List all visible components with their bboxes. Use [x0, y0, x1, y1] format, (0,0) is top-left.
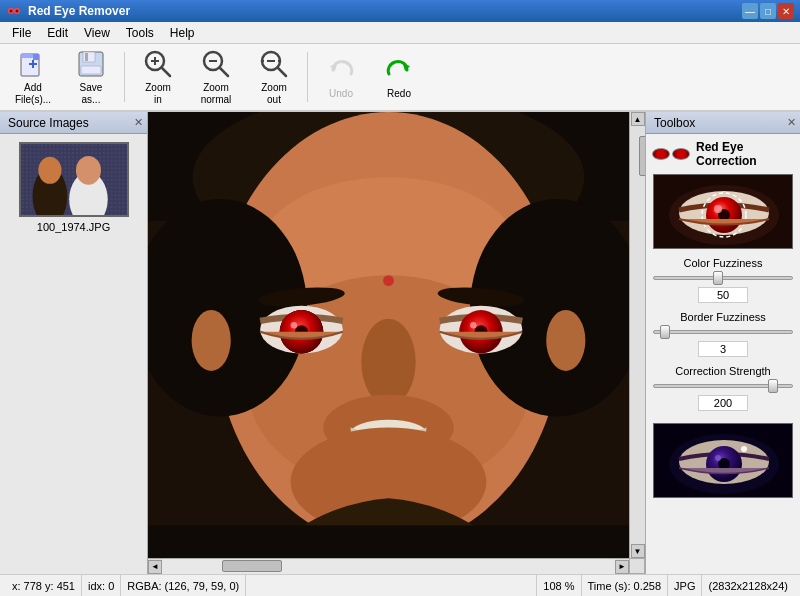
svg-point-3: [16, 10, 19, 13]
border-fuzziness-control: Border Fuzziness 3: [653, 311, 793, 359]
zoom-normal-label: Zoomnormal: [201, 82, 232, 106]
svg-point-75: [715, 455, 721, 461]
separator-2: [307, 52, 308, 102]
red-eye-icon-right: [672, 148, 690, 160]
save-as-label: Saveas...: [80, 82, 103, 106]
color-fuzziness-value[interactable]: 50: [698, 287, 748, 303]
zoom-out-label: Zoomout: [261, 82, 287, 106]
right-panel: Toolbox ✕ Red Eye Correction: [645, 112, 800, 574]
toolbox-close-button[interactable]: ✕: [787, 116, 796, 129]
svg-rect-6: [33, 54, 39, 60]
color-fuzziness-control: Color Fuzziness 50: [653, 257, 793, 305]
scroll-right-arrow[interactable]: ►: [615, 560, 629, 574]
app-icon: [6, 3, 22, 19]
eye-before-image: [654, 175, 793, 249]
scroll-up-arrow[interactable]: ▲: [631, 112, 645, 126]
panel-content: 100_1974.JPG: [0, 134, 147, 574]
eye-preview-before: [653, 174, 793, 249]
border-fuzziness-slider[interactable]: [653, 325, 793, 339]
slider-track-2: [653, 330, 793, 334]
correction-strength-value[interactable]: 200: [698, 395, 748, 411]
minimize-button[interactable]: —: [742, 3, 758, 19]
save-as-icon: [75, 48, 107, 80]
svg-point-57: [470, 322, 477, 329]
svg-point-58: [383, 275, 394, 286]
vertical-scrollbar[interactable]: ▲ ▼: [629, 112, 645, 558]
undo-label: Undo: [329, 88, 353, 100]
menu-view[interactable]: View: [76, 23, 118, 43]
panel-close-button[interactable]: ✕: [134, 116, 143, 129]
red-eye-icon-left: [652, 148, 670, 160]
scroll-left-arrow[interactable]: ◄: [148, 560, 162, 574]
zoom-out-button[interactable]: Zoomout: [247, 48, 301, 106]
redo-button[interactable]: Redo: [372, 48, 426, 106]
slider-thumb-2[interactable]: [660, 325, 670, 339]
svg-line-21: [278, 68, 287, 77]
separator-1: [124, 52, 125, 102]
panel-title: Source Images: [8, 116, 89, 130]
correction-strength-slider[interactable]: [653, 379, 793, 393]
horizontal-scrollbar[interactable]: ◄ ►: [148, 558, 629, 574]
zoom-normal-icon: [200, 48, 232, 80]
eye-preview-after-inner: [654, 424, 792, 497]
scroll-track-h[interactable]: [162, 559, 615, 574]
maximize-button[interactable]: □: [760, 3, 776, 19]
redo-icon: [383, 54, 415, 86]
scroll-thumb-h[interactable]: [222, 560, 282, 572]
status-time: Time (s): 0.258: [582, 575, 669, 596]
status-spacer: [246, 575, 537, 596]
add-files-button[interactable]: AddFile(s)...: [6, 48, 60, 106]
center-image-area[interactable]: ▲ ▼ ◄ ►: [148, 112, 645, 574]
svg-point-60: [546, 310, 585, 371]
menu-bar: File Edit View Tools Help: [0, 22, 800, 44]
save-as-button[interactable]: Saveas...: [64, 48, 118, 106]
menu-edit[interactable]: Edit: [39, 23, 76, 43]
zoom-out-icon: [258, 48, 290, 80]
status-zoom: 108 %: [537, 575, 581, 596]
border-fuzziness-label: Border Fuzziness: [653, 311, 793, 323]
status-rgba: RGBA: (126, 79, 59, 0): [121, 575, 246, 596]
svg-point-54: [291, 322, 298, 329]
svg-point-41: [361, 319, 415, 406]
zoom-in-button[interactable]: Zoomin: [131, 48, 185, 106]
eye-preview-before-inner: [654, 175, 792, 248]
status-format: JPG: [668, 575, 702, 596]
add-files-icon: [17, 48, 49, 80]
svg-point-30: [38, 157, 61, 184]
correction-strength-control: Correction Strength 200: [653, 365, 793, 413]
menu-help[interactable]: Help: [162, 23, 203, 43]
scroll-thumb-v[interactable]: [639, 136, 646, 176]
svg-point-68: [714, 205, 722, 213]
thumbnail-image: [19, 142, 129, 217]
svg-rect-11: [85, 53, 88, 61]
border-fuzziness-value[interactable]: 3: [698, 341, 748, 357]
status-dimensions: (2832x2128x24): [702, 575, 794, 596]
color-fuzziness-slider[interactable]: [653, 271, 793, 285]
correction-strength-label: Correction Strength: [653, 365, 793, 377]
status-idx: idx: 0: [82, 575, 121, 596]
menu-file[interactable]: File: [4, 23, 39, 43]
redo-label: Redo: [387, 88, 411, 100]
undo-icon: [325, 54, 357, 86]
svg-rect-62: [148, 525, 629, 558]
add-files-label: AddFile(s)...: [15, 82, 51, 106]
toolbox-content: Red Eye Correction: [646, 134, 800, 504]
slider-thumb[interactable]: [713, 271, 723, 285]
menu-tools[interactable]: Tools: [118, 23, 162, 43]
thumbnail-item[interactable]: 100_1974.JPG: [8, 142, 139, 233]
close-button[interactable]: ✕: [778, 3, 794, 19]
image-viewport: [148, 112, 629, 558]
tool-name: Red Eye Correction: [696, 140, 794, 168]
svg-point-76: [741, 446, 747, 452]
main-area: Source Images ✕: [0, 112, 800, 574]
zoom-normal-button[interactable]: Zoomnormal: [189, 48, 243, 106]
thumbnail-label: 100_1974.JPG: [37, 221, 110, 233]
undo-button[interactable]: Undo: [314, 48, 368, 106]
svg-rect-5: [21, 54, 33, 58]
svg-line-18: [220, 68, 229, 77]
toolbox-header: Toolbox ✕: [646, 112, 800, 134]
scroll-down-arrow[interactable]: ▼: [631, 544, 645, 558]
svg-rect-12: [81, 66, 101, 74]
window-title: Red Eye Remover: [28, 4, 742, 18]
slider-thumb-3[interactable]: [768, 379, 778, 393]
